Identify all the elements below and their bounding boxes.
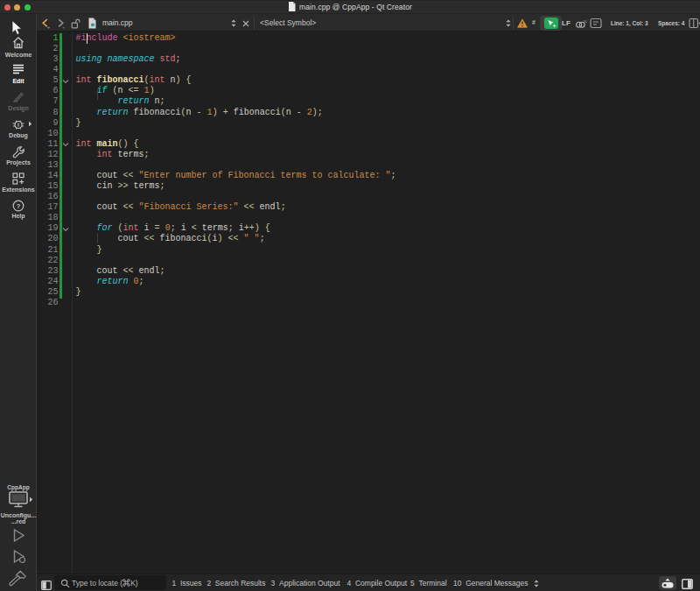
svg-text:?: ? — [17, 202, 21, 210]
svg-text:10: 10 — [584, 19, 587, 24]
